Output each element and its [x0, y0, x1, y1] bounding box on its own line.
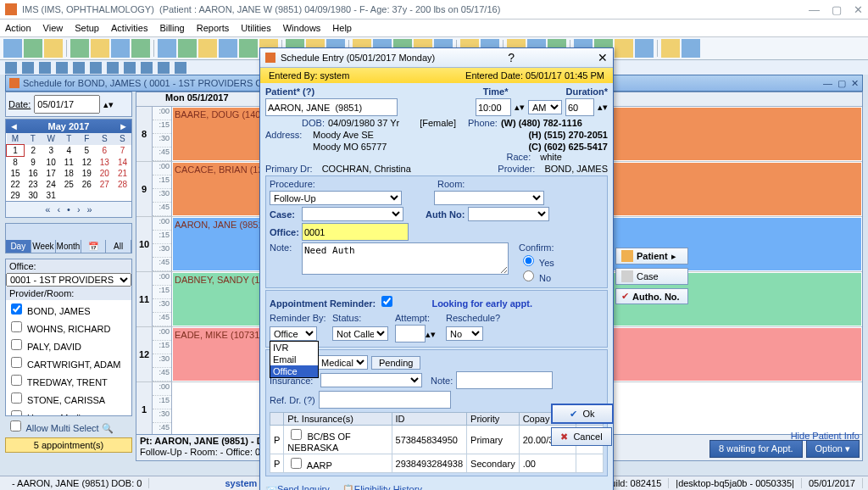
app-context: (Patient : AARON, JANE W (9851) 04/09/19… [159, 4, 500, 14]
schedule-entry-dialog: Schedule Entry (05/01/2017 Monday) ? ✕ E… [259, 47, 614, 76]
nav-back-icon[interactable] [5, 62, 17, 74]
menu-view[interactable]: View [43, 23, 64, 33]
sub-icon[interactable] [175, 62, 186, 74]
tool-btn[interactable] [239, 39, 258, 58]
tool-btn[interactable] [158, 39, 176, 58]
dialog-title-bar[interactable]: Schedule Entry (05/01/2017 Monday) ? ✕ [260, 48, 613, 68]
menu-utilities[interactable]: Utilities [241, 23, 270, 33]
sub-icon[interactable] [158, 62, 170, 74]
menu-setup[interactable]: Setup [75, 23, 99, 33]
sub-icon[interactable] [39, 62, 51, 74]
tool-btn[interactable] [111, 39, 130, 58]
app-title: IMS (IMS, OPHTHALMOLOGY) [22, 4, 154, 14]
dialog-icon [265, 53, 275, 63]
tool-btn[interactable] [219, 39, 237, 58]
tool-btn[interactable] [131, 39, 150, 58]
dialog-help-icon[interactable]: ? [508, 51, 515, 64]
sub-icon[interactable] [90, 62, 102, 74]
maximize-icon[interactable]: ▢ [832, 3, 842, 16]
menu-action[interactable]: Action [5, 23, 31, 33]
title-bar: IMS (IMS, OPHTHALMOLOGY) (Patient : AARO… [0, 0, 868, 19]
app-icon [5, 3, 17, 15]
menu-activities[interactable]: Activities [111, 23, 147, 33]
menu-windows[interactable]: Windows [283, 23, 321, 33]
minimize-icon[interactable]: — [809, 3, 820, 16]
menu-bar: Action View Setup Activities Billing Rep… [0, 19, 868, 37]
tool-btn[interactable] [198, 39, 217, 58]
entered-date: Entered Date: 05/01/17 01:45 PM [465, 70, 604, 76]
dialog-subheader: Entered By: system Entered Date: 05/01/1… [260, 68, 613, 76]
sub-icon[interactable] [141, 62, 153, 74]
tool-btn[interactable] [44, 39, 63, 58]
menu-help[interactable]: Help [332, 23, 352, 33]
sub-icon[interactable] [56, 62, 68, 74]
sub-icon[interactable] [124, 62, 136, 74]
dialog-title: Schedule Entry (05/01/2017 Monday) [281, 53, 435, 63]
tool-btn[interactable] [91, 39, 109, 58]
dialog-close-icon[interactable]: ✕ [598, 51, 608, 64]
dialog-side-buttons: Patient ▸ Case ✔Autho. No. [615, 47, 688, 76]
tool-btn[interactable] [24, 39, 42, 58]
tool-btn[interactable] [70, 39, 89, 58]
tool-btn[interactable] [3, 39, 22, 58]
sub-icon[interactable] [107, 62, 119, 74]
menu-reports[interactable]: Reports [197, 23, 230, 33]
close-icon[interactable]: ✕ [854, 3, 863, 16]
tool-btn[interactable] [178, 39, 197, 58]
nav-fwd-icon[interactable] [22, 62, 34, 74]
sub-icon[interactable] [73, 62, 85, 74]
entered-by: Entered By: system [269, 70, 349, 76]
menu-billing[interactable]: Billing [159, 23, 184, 33]
